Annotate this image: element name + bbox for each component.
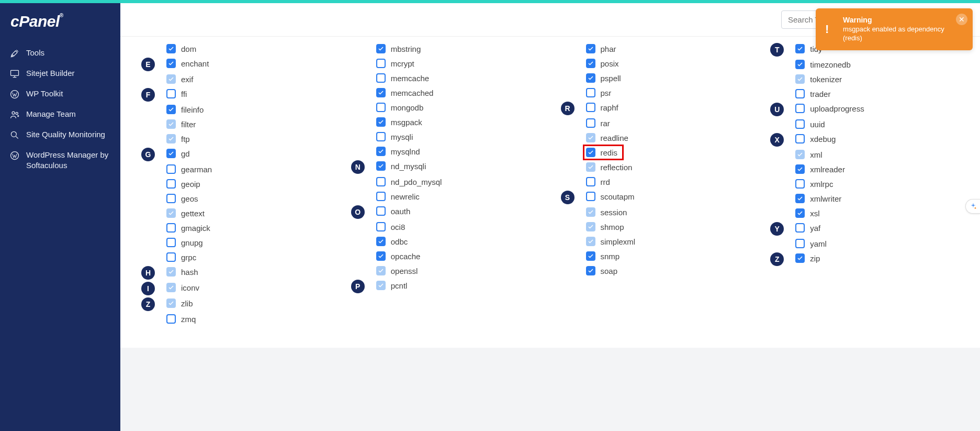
checkbox-snmp[interactable] xyxy=(586,251,595,261)
checkbox-xdebug[interactable] xyxy=(795,134,805,143)
extension-row: snmp xyxy=(561,249,750,263)
checkbox-rrd[interactable] xyxy=(586,177,595,186)
checkbox-xmlreader[interactable] xyxy=(795,164,805,174)
nav-item-wordpress-manager-by-softaculous[interactable]: WordPress Manager by Softaculous xyxy=(0,145,120,175)
checkbox-hash[interactable] xyxy=(166,267,176,277)
ext-list: zlib xyxy=(166,296,330,310)
checkbox-geos[interactable] xyxy=(166,194,176,203)
ext-label: zmq xyxy=(181,315,196,324)
ext-item-mcrypt: mcrypt xyxy=(376,57,540,70)
checkbox-scoutapm[interactable] xyxy=(586,192,595,201)
nav-item-manage-team[interactable]: Manage Team xyxy=(0,104,120,125)
extension-row: Ggd xyxy=(141,147,330,161)
checkbox-xsl[interactable] xyxy=(795,208,805,218)
checkbox-oci8[interactable] xyxy=(376,222,386,231)
checkbox-shmop[interactable] xyxy=(586,222,595,231)
extension-row: memcache xyxy=(351,71,540,85)
checkbox-gmagick[interactable] xyxy=(166,223,176,233)
nav-item-wp-toolkit[interactable]: WP Toolkit xyxy=(0,84,120,104)
extension-row: yaml xyxy=(770,237,959,250)
checkbox-msgpack[interactable] xyxy=(376,117,386,127)
checkbox-mysqli[interactable] xyxy=(376,132,386,141)
nav-item-site-quality-monitoring[interactable]: Site Quality Monitoring xyxy=(0,125,120,145)
letter-badge-F: F xyxy=(141,88,155,102)
checkbox-geoip[interactable] xyxy=(166,179,176,189)
ext-item-xml: xml xyxy=(795,148,959,161)
checkbox-posix[interactable] xyxy=(586,59,595,68)
checkbox-phar[interactable] xyxy=(586,44,595,53)
checkbox-redis[interactable] xyxy=(586,148,595,157)
checkbox-tokenizer[interactable] xyxy=(795,74,805,84)
checkbox-reflection[interactable] xyxy=(586,162,595,172)
ext-label: reflection xyxy=(601,163,633,172)
tools-icon xyxy=(9,48,20,59)
checkbox-raphf[interactable] xyxy=(586,103,595,112)
checkbox-trader[interactable] xyxy=(795,89,805,98)
checkbox-gd[interactable] xyxy=(166,149,176,158)
checkbox-psr[interactable] xyxy=(586,88,595,97)
checkbox-gettext[interactable] xyxy=(166,208,176,218)
checkbox-readline[interactable] xyxy=(586,133,595,142)
nav-item-tools[interactable]: Tools xyxy=(0,43,120,63)
checkbox-odbc[interactable] xyxy=(376,237,386,246)
checkbox-opcache[interactable] xyxy=(376,251,386,261)
checkbox-simplexml[interactable] xyxy=(586,237,595,246)
checkbox-oauth[interactable] xyxy=(376,206,386,216)
ext-item-mysqlnd: mysqlnd xyxy=(376,145,540,158)
ext-list: mysqlnd xyxy=(376,145,540,158)
checkbox-mysqlnd[interactable] xyxy=(376,147,386,156)
checkbox-uploadprogress[interactable] xyxy=(795,104,805,113)
checkbox-xmlrpc[interactable] xyxy=(795,179,805,189)
checkbox-zip[interactable] xyxy=(795,253,805,263)
checkbox-tidy[interactable] xyxy=(795,44,805,53)
nav-item-sitejet-builder[interactable]: Sitejet Builder xyxy=(0,63,120,84)
checkbox-yaml[interactable] xyxy=(795,239,805,248)
checkbox-filter[interactable] xyxy=(166,119,176,129)
checkbox-xml[interactable] xyxy=(795,150,805,159)
checkbox-gnupg[interactable] xyxy=(166,238,176,247)
toast-close-button[interactable]: ✕ xyxy=(956,14,967,25)
checkbox-grpc[interactable] xyxy=(166,252,176,262)
checkbox-iconv[interactable] xyxy=(166,283,176,292)
checkbox-gearman[interactable] xyxy=(166,164,176,174)
extension-row: readline xyxy=(561,131,750,145)
side-widget-button[interactable] xyxy=(965,199,980,214)
checkbox-newrelic[interactable] xyxy=(376,192,386,201)
checkbox-yaf[interactable] xyxy=(795,223,805,233)
checkbox-mcrypt[interactable] xyxy=(376,59,386,68)
extension-row: openssl xyxy=(351,264,540,278)
checkbox-nd_mysqli[interactable] xyxy=(376,161,386,171)
ext-label: psr xyxy=(601,89,612,97)
checkbox-dom[interactable] xyxy=(166,44,176,53)
checkbox-timezonedb[interactable] xyxy=(795,60,805,69)
checkbox-memcache[interactable] xyxy=(376,73,386,83)
checkbox-ffi[interactable] xyxy=(166,89,176,98)
checkbox-zmq[interactable] xyxy=(166,314,176,324)
checkbox-nd_pdo_mysql[interactable] xyxy=(376,177,386,186)
ext-item-psr: psr xyxy=(586,86,750,100)
checkbox-fileinfo[interactable] xyxy=(166,105,176,114)
checkbox-ftp[interactable] xyxy=(166,134,176,143)
checkbox-soap[interactable] xyxy=(586,266,595,275)
checkbox-uuid[interactable] xyxy=(795,119,805,129)
checkbox-openssl[interactable] xyxy=(376,266,386,275)
checkbox-pspell[interactable] xyxy=(586,73,595,83)
checkbox-mongodb[interactable] xyxy=(376,103,386,112)
sidebar: cPanel® ToolsSitejet BuilderWP ToolkitMa… xyxy=(0,0,120,431)
checkbox-exif[interactable] xyxy=(166,74,176,84)
extension-row: redis xyxy=(561,146,750,159)
ext-label: xmlreader xyxy=(810,165,845,174)
checkbox-mbstring[interactable] xyxy=(376,44,386,53)
checkbox-rar[interactable] xyxy=(586,118,595,128)
checkbox-enchant[interactable] xyxy=(166,59,176,68)
letter-badge-Y: Y xyxy=(770,222,784,236)
extension-row: Eenchant xyxy=(141,57,330,71)
ext-label: rar xyxy=(601,119,610,128)
checkbox-memcached[interactable] xyxy=(376,88,386,97)
checkbox-xmlwriter[interactable] xyxy=(795,194,805,203)
wp-icon xyxy=(9,89,20,100)
checkbox-pcntl[interactable] xyxy=(376,281,386,290)
ext-item-fileinfo: fileinfo xyxy=(166,103,330,116)
checkbox-zlib[interactable] xyxy=(166,299,176,308)
checkbox-session[interactable] xyxy=(586,207,595,217)
